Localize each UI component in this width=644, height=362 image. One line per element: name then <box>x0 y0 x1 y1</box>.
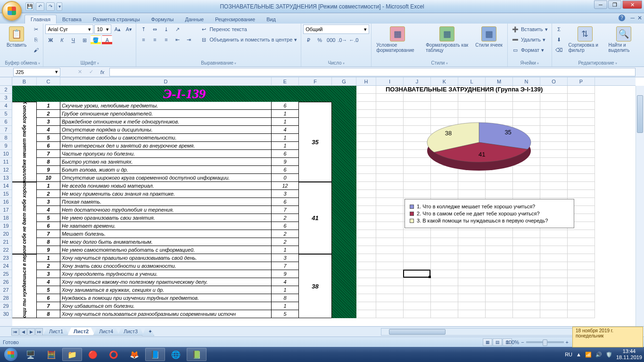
row-header[interactable]: 11 <box>0 158 12 166</box>
empty-cell[interactable] <box>458 278 486 286</box>
empty-cell[interactable] <box>431 310 458 318</box>
autosum-icon[interactable]: Σ <box>554 25 564 34</box>
increase-indent-icon[interactable]: ⇥ <box>183 35 194 44</box>
empty-cell[interactable] <box>356 142 376 150</box>
percent-icon[interactable]: % <box>314 35 325 45</box>
fx-enter-icon[interactable]: ✓ <box>86 67 96 77</box>
col-header[interactable]: D <box>60 77 272 85</box>
cell[interactable]: 7 <box>37 302 60 310</box>
empty-cell[interactable] <box>458 310 486 318</box>
empty-cell[interactable] <box>486 262 513 270</box>
empty-cell[interactable] <box>458 94 486 102</box>
row-header[interactable]: 15 <box>0 190 12 198</box>
qat-dropdown-icon[interactable]: ▾ <box>57 2 62 11</box>
cell[interactable]: 10 <box>37 174 60 182</box>
row-header[interactable]: 16 <box>0 198 12 206</box>
border-icon[interactable]: ⊞ <box>79 35 90 45</box>
empty-cell[interactable] <box>486 302 513 310</box>
empty-cell[interactable] <box>376 286 404 294</box>
col-header[interactable]: H <box>356 77 376 85</box>
help-icon[interactable]: ? <box>619 15 625 21</box>
empty-cell[interactable] <box>356 230 376 238</box>
cell[interactable]: 12 <box>272 182 299 190</box>
font-color-icon[interactable]: A <box>102 35 112 45</box>
empty-cell[interactable] <box>568 174 595 182</box>
number-format-select[interactable]: Общий▾ <box>303 25 369 34</box>
col-header[interactable]: F <box>299 77 332 85</box>
cell[interactable]: 8 <box>37 158 60 166</box>
formula-input[interactable] <box>109 68 636 76</box>
row-header[interactable]: 9 <box>0 142 12 150</box>
cell[interactable]: 3 <box>37 270 60 278</box>
tab-review[interactable]: Рецензирование <box>209 15 261 24</box>
delete-cells-button[interactable]: ➖Удалить ▾ <box>510 35 550 44</box>
row-header[interactable]: 20 <box>0 230 12 238</box>
cell[interactable]: 3 <box>37 118 60 126</box>
tab-data[interactable]: Данные <box>179 15 209 24</box>
empty-cell[interactable] <box>568 158 595 166</box>
taskbar-app-yandex[interactable]: ⭕ <box>104 348 124 361</box>
empty-cell[interactable] <box>513 302 540 310</box>
section-header[interactable]: 2. Что в самом себе не дает тебе хорошо … <box>12 182 37 254</box>
empty-cell[interactable] <box>568 294 595 302</box>
taskbar-app-1[interactable]: 🖥️ <box>21 348 41 361</box>
cell[interactable]: Не всегда понимаю новый материал. <box>60 182 272 190</box>
fill-icon[interactable]: ⬇ <box>554 35 564 44</box>
section-total[interactable]: 35 <box>299 102 332 182</box>
empty-cell[interactable] <box>540 254 568 262</box>
format-painter-icon[interactable]: 🖌 <box>31 45 41 55</box>
decrease-decimal-icon[interactable]: ←.0 <box>348 35 359 45</box>
col-header[interactable]: O <box>540 77 568 85</box>
fill-color-icon[interactable]: 🪣 <box>91 35 101 45</box>
empty-cell[interactable] <box>376 174 404 182</box>
cell[interactable]: 4 <box>272 278 299 286</box>
cut-icon[interactable]: ✂ <box>31 25 41 34</box>
cell[interactable]: 2 <box>272 214 299 222</box>
section-header[interactable]: 3. В какой помощи ты нуждаешься в первую… <box>12 254 37 318</box>
cell[interactable]: Хочу заниматься в кружках, секциях и др. <box>60 286 272 294</box>
empty-cell[interactable] <box>404 310 431 318</box>
empty-cell[interactable] <box>376 118 404 126</box>
empty-cell[interactable] <box>513 262 540 270</box>
empty-cell[interactable] <box>404 230 431 238</box>
empty-cell[interactable] <box>356 118 376 126</box>
cell[interactable]: 1 <box>272 286 299 294</box>
sheet-nav-last[interactable]: ⏭ <box>35 328 43 336</box>
cell[interactable]: 1 <box>37 254 60 262</box>
cell[interactable]: 6 <box>272 150 299 158</box>
section-total[interactable]: 38 <box>299 254 332 318</box>
cell[interactable]: Быстро устаю на занятиях. <box>60 158 272 166</box>
taskbar-app-opera[interactable]: 🔴 <box>83 348 103 361</box>
office-button[interactable] <box>2 1 22 21</box>
empty-cell[interactable] <box>568 246 595 254</box>
empty-cell[interactable] <box>376 262 404 270</box>
empty-cell[interactable] <box>568 310 595 318</box>
empty-cell[interactable] <box>568 302 595 310</box>
empty-cell[interactable] <box>513 270 540 278</box>
cell[interactable]: Не могу применить свои знания на практик… <box>60 190 272 198</box>
empty-cell[interactable] <box>376 182 404 190</box>
cell[interactable]: 7 <box>37 150 60 158</box>
cell[interactable]: 5 <box>37 286 60 294</box>
empty-cell[interactable] <box>376 150 404 158</box>
row-header[interactable]: 8 <box>0 134 12 142</box>
cell[interactable]: Частые пропуски по болезни. <box>60 150 272 158</box>
tray-clock[interactable]: 13:44 18.11.2019 <box>616 348 642 361</box>
empty-cell[interactable] <box>568 86 595 94</box>
empty-cell[interactable] <box>568 262 595 270</box>
cell[interactable]: Хочу научиться правильно организовывать … <box>60 254 272 262</box>
taskbar-app-explorer[interactable]: 📁 <box>62 348 82 361</box>
new-sheet-button[interactable]: ✦ <box>142 328 154 336</box>
empty-cell[interactable] <box>540 86 568 94</box>
empty-cell[interactable] <box>404 94 431 102</box>
cell[interactable]: Хочу знать свои способности и возможност… <box>60 262 272 270</box>
empty-cell[interactable] <box>356 222 376 230</box>
row-header[interactable]: 4 <box>0 102 12 110</box>
empty-cell[interactable] <box>404 294 431 302</box>
row-header[interactable]: 19 <box>0 222 12 230</box>
empty-cell[interactable] <box>356 158 376 166</box>
col-header[interactable]: P <box>568 77 595 85</box>
empty-cell[interactable] <box>540 270 568 278</box>
decrease-font-icon[interactable]: A▾ <box>124 25 134 34</box>
empty-cell[interactable] <box>404 190 431 198</box>
